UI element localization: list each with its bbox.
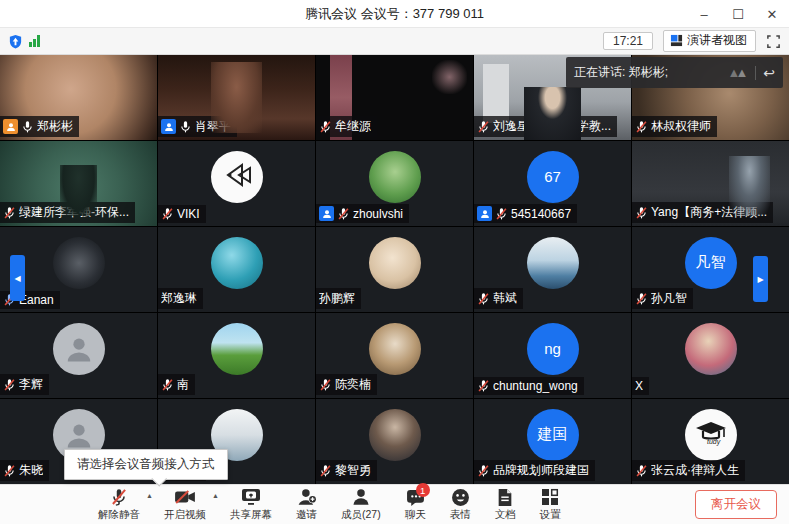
fullscreen-icon[interactable] — [766, 34, 781, 49]
emoji-icon — [451, 487, 470, 507]
speaker-view-icon — [670, 34, 683, 47]
participant-tile[interactable]: 郑逸琳 — [158, 227, 315, 312]
participant-tile[interactable]: 67545140667 — [474, 141, 631, 226]
participant-tile[interactable]: 肖翠平 — [158, 55, 315, 140]
participant-name-tag: 李辉 — [0, 374, 49, 395]
mic-muted-icon — [495, 207, 508, 221]
participant-name: VIKI — [177, 207, 200, 221]
toolbar-button[interactable]: 设置 — [540, 487, 561, 522]
participant-name: 品牌规划师段建国 — [493, 462, 589, 479]
participant-tile[interactable]: 建国品牌规划师段建国 — [474, 399, 631, 484]
participant-name-tag: 郑彬彬 — [0, 116, 79, 137]
maximize-button[interactable]: ☐ — [721, 0, 755, 28]
mic-muted-icon — [337, 207, 350, 221]
members-icon — [351, 487, 371, 507]
participant-name: 绿建所李军强-环保... — [19, 204, 129, 221]
participant-name-tag: 刘逸星律师、法学教... — [474, 116, 617, 137]
participant-name-tag: 绿建所李军强-环保... — [0, 202, 135, 223]
participant-name: zhoulvshi — [353, 207, 403, 221]
avatar: 建国 — [527, 409, 579, 461]
member-icon — [161, 119, 176, 134]
mic-muted-icon — [477, 464, 490, 478]
avatar — [369, 237, 421, 289]
participant-tile[interactable]: 黎智勇 — [316, 399, 473, 484]
meeting-controls-bar: 解除静音▲开启视频▲共享屏幕邀请成员(27)聊天1表情文档设置离开会议 — [0, 484, 789, 524]
participant-tile[interactable]: 牟继源 — [316, 55, 473, 140]
participant-name: 刘逸星律师、法学教... — [493, 118, 611, 135]
meeting-toolbar-top: 17:21 演讲者视图 — [0, 28, 789, 55]
participant-name-tag: 孙鹏辉 — [316, 288, 361, 309]
toolbar-button[interactable]: 解除静音▲ — [98, 487, 140, 522]
mic-muted-icon — [161, 378, 174, 392]
participant-name-tag: Eanan — [0, 291, 60, 309]
mic-muted-icon — [110, 487, 128, 507]
participant-name: 朱晓 — [19, 462, 43, 479]
chevron-right-icon: ▶ — [757, 275, 763, 284]
participant-name-tag: 黎智勇 — [316, 460, 377, 481]
toolbar-button[interactable]: 文档 — [495, 487, 516, 522]
participant-tile[interactable]: ngchuntung_wong — [474, 313, 631, 398]
next-page-arrow[interactable]: ▶ — [753, 256, 768, 302]
toolbar-button-label: 表情 — [450, 508, 471, 522]
member-icon — [319, 206, 334, 221]
participant-name: 545140667 — [511, 207, 571, 221]
participant-tile[interactable]: Yang【商务+法律顾... — [632, 141, 789, 226]
window-controls: – ☐ ✕ — [687, 0, 789, 28]
participant-name: Yang【商务+法律顾... — [651, 204, 767, 221]
minimize-button[interactable]: – — [687, 0, 721, 28]
chat-button[interactable]: 聊天1 — [405, 487, 426, 522]
participant-tile[interactable]: 陈奕楠 — [316, 313, 473, 398]
mic-muted-icon — [3, 206, 16, 220]
toolbar-button[interactable]: 开启视频▲ — [164, 487, 206, 522]
speaker-view-button[interactable]: 演讲者视图 — [663, 30, 756, 52]
participant-tile[interactable]: X — [632, 313, 789, 398]
avatar: tudy — [685, 409, 737, 461]
participant-name-tag: 545140667 — [474, 204, 577, 223]
participant-tile[interactable]: tudy张云成·律辩人生 — [632, 399, 789, 484]
invite-icon — [297, 487, 317, 507]
participant-tile[interactable]: VIKI — [158, 141, 315, 226]
toolbar-button[interactable]: 成员(27) — [341, 487, 381, 522]
avatar — [369, 151, 421, 203]
avatar — [369, 323, 421, 375]
toolbar-button[interactable]: 共享屏幕 — [230, 487, 272, 522]
meeting-window: 腾讯会议 会议号：377 799 011 – ☐ ✕ 17:21 演讲者视图 — [0, 0, 789, 524]
leave-meeting-button[interactable]: 离开会议 — [695, 490, 777, 519]
participant-name-tag: 张云成·律辩人生 — [632, 460, 745, 481]
chevron-up-icon[interactable]: ▲ — [146, 492, 153, 499]
participant-tile[interactable]: 孙鹏辉 — [316, 227, 473, 312]
settings-icon — [541, 487, 559, 507]
participant-tile[interactable]: zhoulvshi — [316, 141, 473, 226]
participant-name-tag: X — [632, 377, 649, 395]
participant-name: 孙凡智 — [651, 290, 687, 307]
camera-off-icon — [174, 487, 196, 507]
participant-name: 牟继源 — [335, 118, 371, 135]
participant-name-tag: 陈奕楠 — [316, 374, 377, 395]
close-button[interactable]: ✕ — [755, 0, 789, 28]
participant-name: 陈奕楠 — [335, 376, 371, 393]
chevron-up-icon[interactable]: ▲ — [212, 492, 219, 499]
participant-tile[interactable]: 韩斌 — [474, 227, 631, 312]
participant-name: 林叔权律师 — [651, 118, 711, 135]
mic-muted-icon — [319, 120, 332, 134]
title-bar: 腾讯会议 会议号：377 799 011 – ☐ ✕ — [0, 0, 789, 28]
reply-arrow-icon[interactable]: ↩ — [763, 65, 775, 81]
graduation-cap-icon: tudy — [694, 420, 728, 449]
previous-page-arrow[interactable]: ◀ — [10, 255, 25, 301]
participant-tile[interactable]: 绿建所李军强-环保... — [0, 141, 157, 226]
participant-name: 张云成·律辩人生 — [651, 462, 739, 479]
participant-tile[interactable]: 李辉 — [0, 313, 157, 398]
participant-name-tag: zhoulvshi — [316, 204, 409, 223]
member-icon — [477, 206, 492, 221]
mic-muted-icon — [319, 378, 332, 392]
participant-name-tag: 孙凡智 — [632, 288, 693, 309]
toolbar-button[interactable]: 邀请 — [296, 487, 317, 522]
avatar — [53, 323, 105, 375]
host-icon — [3, 119, 18, 134]
participant-tile[interactable]: 南 — [158, 313, 315, 398]
shield-icon[interactable] — [8, 34, 23, 49]
avatar: 67 — [527, 151, 579, 203]
toolbar-button[interactable]: 表情 — [450, 487, 471, 522]
participant-name-tag: 朱晓 — [0, 460, 49, 481]
participant-tile[interactable]: 郑彬彬 — [0, 55, 157, 140]
